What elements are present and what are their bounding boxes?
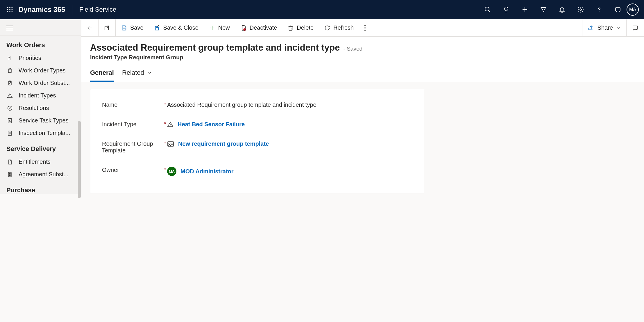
sidebar: Work Orders Priorities Work Order Types [0,19,81,194]
required-indicator: * [163,140,167,147]
command-bar: Save Save & Close New Deactivate [81,19,644,37]
app-launcher-button[interactable] [3,6,16,13]
required-indicator: * [163,167,167,173]
save-button[interactable]: Save [116,19,149,36]
nav-section-title: Purchase [0,181,81,194]
refresh-icon [324,25,330,31]
deactivate-icon [240,25,247,31]
help-icon[interactable] [595,6,603,14]
nav-item-label: Work Order Subst... [19,80,70,86]
svg-point-15 [599,11,600,12]
nav-item-work-order-subst[interactable]: Work Order Subst... [0,77,81,89]
page-header: Associated Requirement group template an… [81,37,644,82]
main-content: Save Save & Close New Deactivate [81,19,644,322]
svg-rect-59 [633,26,638,29]
notifications-icon[interactable] [558,6,566,14]
svg-line-10 [489,10,490,12]
user-avatar[interactable]: MA [627,3,639,16]
task-icon [6,118,13,124]
refresh-button[interactable]: Refresh [319,19,359,36]
template-icon [6,130,13,136]
incident-type-link[interactable]: Heat Bed Sensor Failure [178,121,245,128]
svg-rect-50 [289,26,292,30]
owner-avatar: MA [167,167,176,176]
share-button[interactable]: Share [582,19,626,36]
req-group-template-lookup[interactable]: New requirement group template [167,140,412,147]
field-row-req-group-template: Requirement Group Template * New require… [102,134,412,160]
svg-point-14 [580,9,582,10]
deactivate-label: Deactivate [250,24,277,31]
search-icon[interactable] [484,6,492,14]
nav-item-service-task-types[interactable]: Service Task Types [0,114,81,127]
svg-line-49 [244,29,246,30]
field-row-name: Name * Associated Requirement group temp… [102,95,412,115]
field-label: Incident Type [102,121,137,128]
nav-item-entitlements[interactable]: Entitlements [0,156,81,168]
assistant-icon[interactable] [614,6,622,14]
owner-link[interactable]: MOD Administrator [180,168,234,175]
save-icon [121,25,127,31]
lightbulb-icon[interactable] [502,6,510,14]
chevron-down-icon [616,26,621,30]
nav-item-incident-types[interactable]: Incident Types [0,89,81,102]
nav-item-label: Resolutions [19,105,49,111]
required-indicator: * [163,121,167,127]
nav-item-label: Work Order Types [19,67,66,74]
svg-point-3 [7,9,8,10]
svg-point-0 [7,7,8,8]
save-close-label: Save & Close [163,24,198,31]
req-group-template-link[interactable]: New requirement group template [178,140,269,147]
nav-section-title: Service Delivery [0,139,81,156]
id-card-icon [167,141,174,147]
field-row-incident-type: Incident Type * Heat Bed Sensor Failure [102,115,412,134]
svg-point-63 [169,143,170,144]
svg-rect-16 [616,8,620,11]
global-navbar: Dynamics 365 Field Service MA [0,0,644,19]
tab-related[interactable]: Related [122,67,152,82]
owner-lookup[interactable]: MA MOD Administrator [167,167,412,176]
settings-gear-icon[interactable] [577,6,585,14]
svg-point-7 [9,11,10,13]
nav-item-work-order-types[interactable]: Work Order Types [0,64,81,77]
assistant-pane-button[interactable] [627,19,644,36]
required-indicator: * [163,102,167,108]
open-new-window-button[interactable] [99,19,115,36]
back-button[interactable] [81,19,98,36]
delete-button[interactable]: Delete [282,19,319,36]
plus-icon [209,25,215,31]
form-tabs: General Related [90,67,635,82]
deactivate-button[interactable]: Deactivate [235,19,282,36]
add-icon[interactable] [521,6,529,14]
svg-point-9 [485,7,489,11]
new-button[interactable]: New [204,19,235,36]
refresh-label: Refresh [333,24,354,31]
module-label[interactable]: Field Service [79,6,116,13]
nav-item-priorities[interactable]: Priorities [0,52,81,64]
sidebar-toggle[interactable] [0,20,81,35]
sidebar-scrollbar-thumb[interactable] [78,121,81,198]
field-label: Requirement Group Template [102,140,163,154]
svg-point-61 [170,125,171,126]
save-close-icon [154,25,160,31]
nav-divider [72,5,72,15]
new-label: New [218,24,230,31]
page-title: Associated Requirement group template an… [90,42,340,53]
nav-item-inspection-templates[interactable]: Inspection Templa... [0,127,81,139]
tab-general[interactable]: General [90,67,114,82]
brand-label[interactable]: Dynamics 365 [19,6,65,14]
filter-icon[interactable] [539,6,548,14]
field-label: Owner [102,167,119,173]
nav-item-resolutions[interactable]: Resolutions [0,102,81,114]
save-close-button[interactable]: Save & Close [149,19,204,36]
svg-point-28 [8,106,12,110]
overflow-menu-button[interactable] [359,19,371,36]
check-circle-icon [6,105,13,111]
warning-icon [6,93,13,99]
nav-item-agreement-subst[interactable]: Agreement Subst... [0,168,81,181]
incident-type-lookup[interactable]: Heat Bed Sensor Failure [167,121,412,128]
svg-rect-42 [123,26,125,27]
svg-point-55 [364,25,366,26]
svg-point-27 [10,97,10,97]
name-field[interactable]: Associated Requirement group template an… [167,102,412,108]
nav-section-title: Work Orders [0,35,81,52]
